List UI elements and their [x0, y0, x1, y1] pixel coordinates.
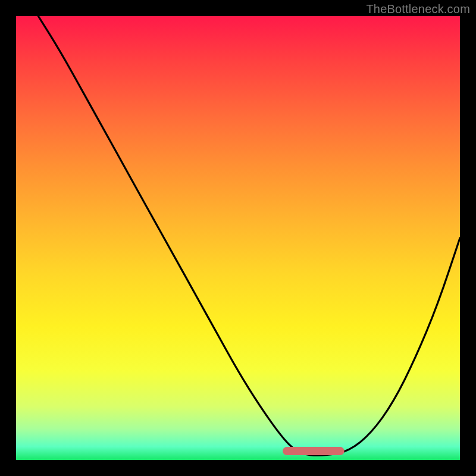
chart-svg — [16, 16, 460, 460]
bottleneck-curve-path — [38, 16, 460, 456]
chart-frame: TheBottleneck.com — [0, 0, 476, 476]
chart-plot-area — [16, 16, 460, 460]
attribution-text: TheBottleneck.com — [366, 2, 470, 16]
